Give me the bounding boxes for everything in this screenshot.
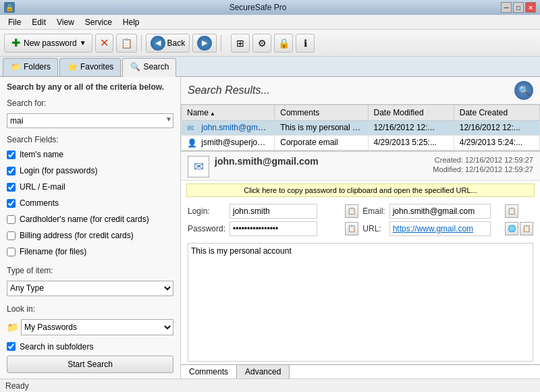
close-button[interactable]: ✕ [525, 2, 536, 13]
main-content: Search by any or all of the criteria bel… [0, 77, 540, 379]
tab-search[interactable]: 🔍 Search [122, 58, 176, 77]
checkbox-login-input[interactable] [7, 167, 16, 175]
forward-button[interactable]: ▶ [192, 34, 217, 53]
checkbox-url: URL / E-mail [7, 182, 173, 192]
table-row[interactable]: ✉ john.smith@gmail.com This is my person… [182, 121, 540, 136]
checkbox-cardholder-input[interactable] [7, 215, 16, 224]
row-2-date-modified: 4/29/2013 5:25:... [368, 135, 454, 150]
checkbox-filename: Filename (for files) [7, 247, 173, 256]
folder-icon: 📁 [10, 61, 21, 72]
col-date-modified[interactable]: Date Modified [368, 105, 454, 121]
results-table-wrap: Name▲ Comments Date Modified Date Create… [181, 105, 540, 150]
detail-tab-comments[interactable]: Comments [181, 365, 237, 379]
maximize-button[interactable]: □ [513, 2, 524, 13]
row-1-date-modified: 12/16/2012 12:... [368, 121, 454, 136]
subfolder-checkbox[interactable] [7, 342, 16, 351]
start-search-button[interactable]: Start Search [7, 356, 173, 373]
menu-service[interactable]: Service [80, 16, 117, 28]
detail-tab-advanced[interactable]: Advanced [237, 365, 290, 379]
new-password-button[interactable]: ✚ New password ▼ [4, 34, 92, 53]
email-copy-button[interactable]: 📋 [505, 204, 518, 218]
settings-button[interactable]: ⚙ [252, 34, 271, 53]
row-2-name: 👤 jsmith@superjob.com [182, 135, 275, 150]
detail-pane: ✉ john.smith@gmail.com Created: 12/16/20… [181, 150, 540, 379]
detail-header: ✉ john.smith@gmail.com Created: 12/16/20… [181, 152, 540, 181]
toolbar: ✚ New password ▼ ✕ 📋 ◀ Back ▶ ⊞ ⚙ 🔒 ℹ [0, 30, 540, 57]
favorites-icon: ⭐ [67, 61, 78, 72]
plus-icon: ✚ [10, 38, 21, 49]
status-text: Ready [5, 381, 29, 391]
left-panel: Search by any or all of the criteria bel… [0, 77, 181, 379]
col-name[interactable]: Name▲ [182, 105, 275, 121]
folder-icon-sm: 📁 [7, 322, 18, 333]
lookin-select[interactable]: My Passwords All Items [21, 319, 173, 335]
checkbox-comments: Comments [7, 198, 173, 208]
login-label: Login: [188, 206, 225, 216]
type-select[interactable]: Any Type Passwords Credit Cards Files [7, 281, 173, 296]
checkbox-billing-input[interactable] [7, 231, 16, 240]
info-button[interactable]: ℹ [296, 34, 315, 53]
person-icon: 👤 [187, 138, 196, 148]
email-icon: ✉ [187, 123, 196, 133]
back-button[interactable]: ◀ Back [146, 34, 190, 53]
grid-button[interactable]: ⊞ [231, 34, 250, 53]
detail-item-icon: ✉ [188, 156, 209, 177]
email-value: john.smith@gmail.com [389, 204, 491, 219]
tab-folders[interactable]: 📁 Folders [3, 58, 58, 76]
lookin-label: Look in: [7, 304, 173, 314]
menu-file[interactable]: File [3, 16, 26, 28]
type-label: Type of item: [7, 266, 173, 275]
password-copy-button[interactable]: 📋 [345, 222, 358, 235]
results-header: Search Results... 🔍 [181, 77, 540, 105]
password-label: Password: [188, 224, 225, 233]
password-value: •••••••••••••••• [230, 221, 317, 236]
menu-help[interactable]: Help [117, 16, 145, 28]
search-circle-icon: 🔍 [514, 81, 533, 100]
app-title: SecureSafe Pro [15, 3, 501, 12]
url-open-button[interactable]: 🌐 [505, 222, 518, 235]
row-1-name: ✉ john.smith@gmail.com [182, 121, 275, 136]
url-copy-button[interactable]: 📋 [520, 222, 533, 235]
detail-fields: Login: john.smith 📋 Email: john.smith@gm… [181, 200, 540, 240]
copy-password-bar[interactable]: Click here to copy password to clipboard… [186, 184, 535, 197]
checkbox-comments-input[interactable] [7, 199, 16, 208]
delete-button[interactable]: ✕ [95, 34, 113, 53]
detail-tabs: Comments Advanced [181, 364, 540, 379]
panel-title: Search by any or all of the criteria bel… [7, 82, 173, 92]
results-table: Name▲ Comments Date Modified Date Create… [181, 105, 540, 150]
status-bar: Ready [0, 379, 540, 392]
checkbox-login: Login (for passwords) [7, 166, 173, 175]
col-comments[interactable]: Comments [275, 105, 368, 121]
detail-modified: Modified: 12/16/2012 12:59:27 [433, 165, 533, 173]
col-date-created[interactable]: Date Created [454, 105, 539, 121]
detail-created: Created: 12/16/2012 12:59:27 [433, 156, 533, 164]
copy-button[interactable]: 📋 [116, 34, 137, 53]
detail-title: john.smith@gmail.com [215, 156, 319, 167]
checkbox-billing: Billing address (for credit cards) [7, 231, 173, 240]
right-tools: ⊞ ⚙ 🔒 ℹ [231, 34, 315, 53]
checkbox-url-input[interactable] [7, 183, 16, 192]
table-row[interactable]: 👤 jsmith@superjob.com Corporate email 4/… [182, 135, 540, 150]
back-arrow-icon: ◀ [151, 36, 165, 51]
title-bar: 🔒 SecureSafe Pro ─ □ ✕ [0, 0, 540, 15]
row-1-date-created: 12/16/2012 12:... [454, 121, 539, 136]
checkbox-items-name-input[interactable] [7, 150, 16, 159]
tab-bar: 📁 Folders ⭐ Favorites 🔍 Search [0, 57, 540, 77]
dropdown-arrow-icon: ▼ [165, 115, 172, 123]
login-copy-button[interactable]: 📋 [345, 204, 358, 218]
lookin-wrap: 📁 My Passwords All Items [7, 319, 173, 335]
menu-edit[interactable]: Edit [26, 16, 51, 28]
lock-button[interactable]: 🔒 [274, 34, 293, 53]
search-input[interactable] [7, 113, 173, 128]
search-tab-icon: 🔍 [130, 61, 140, 72]
copy-icon: 📋 [121, 38, 132, 49]
url-label: URL: [362, 224, 385, 233]
email-label: Email: [362, 206, 385, 216]
minimize-button[interactable]: ─ [501, 2, 512, 13]
forward-arrow-icon: ▶ [197, 36, 212, 51]
search-for-label: Search for: [7, 99, 173, 108]
tab-favorites[interactable]: ⭐ Favorites [59, 58, 121, 76]
menu-view[interactable]: View [51, 16, 80, 28]
checkbox-filename-input[interactable] [7, 248, 16, 256]
row-2-comments: Corporate email [275, 135, 368, 150]
